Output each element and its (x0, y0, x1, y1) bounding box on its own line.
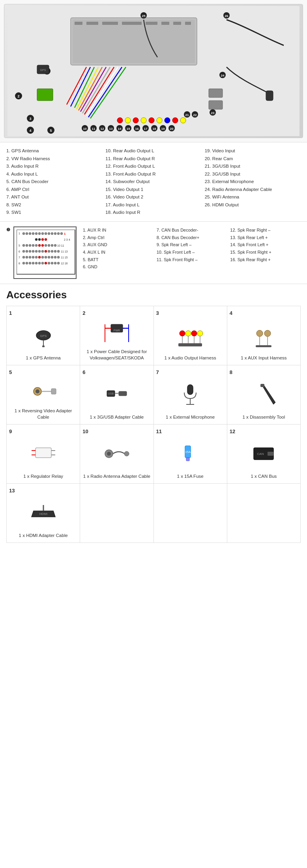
accessory-cell: 2PWR1 x Power Cable Designed for Volkswa… (80, 306, 154, 365)
connector-pin-label: 8. CAN Bus Decoder+ (157, 234, 227, 241)
hero-image: 1 2 3 4 5 (4, 4, 303, 138)
accessory-image (9, 378, 77, 405)
svg-point-38 (165, 118, 170, 123)
parts-list-item: 23. External Microphone (205, 178, 301, 186)
accessories-section: Accessories 1GPS1 x GPS Antenna2PWR1 x P… (0, 284, 307, 548)
svg-text:14: 14 (118, 127, 122, 131)
accessory-image (9, 437, 77, 471)
svg-point-131 (26, 256, 28, 258)
svg-point-110 (45, 244, 47, 247)
connector-pin-label: 6. GND (83, 263, 154, 271)
svg-point-98 (38, 238, 41, 241)
svg-rect-205 (268, 452, 273, 456)
svg-point-118 (29, 250, 31, 253)
parts-list-item: 12. Front Audio Output L (105, 163, 201, 170)
accessories-grid: 1GPS1 x GPS Antenna2PWR1 x Power Cable D… (6, 306, 301, 543)
accessory-cell: 41 x AUX Input Harness (227, 306, 301, 365)
svg-rect-7 (146, 22, 157, 25)
connector-pin-label: 9. Spk Rear Left – (157, 241, 227, 249)
svg-point-155 (57, 262, 60, 264)
accessory-label: 1 x Radio Antenna Adapter Cable (83, 473, 150, 479)
svg-point-140 (54, 256, 56, 258)
svg-point-121 (38, 250, 41, 253)
svg-point-37 (157, 118, 162, 123)
svg-point-141 (57, 256, 60, 258)
parts-list-grid: 1. GPS Antenna2. VW Radio Harness3. Audi… (6, 147, 301, 217)
parts-list-item: 16. Video Output 2 (105, 193, 201, 201)
svg-text:18: 18 (153, 127, 156, 131)
svg-point-123 (45, 250, 47, 253)
parts-list-item: 5. CAN Bus Decoder (6, 178, 102, 186)
svg-point-150 (41, 262, 44, 264)
connector-pin-label: 16. Spk Rear Right + (230, 256, 301, 264)
accessory-number: 9 (9, 428, 12, 434)
svg-point-126 (54, 250, 56, 253)
parts-list-item: 4. Audio Input L (6, 170, 102, 178)
svg-point-135 (38, 256, 41, 258)
svg-rect-192 (260, 384, 264, 387)
connector-pin-label: 12. Spk Rear Right – (230, 226, 301, 234)
svg-text:21: 21 (185, 113, 189, 117)
svg-point-92 (51, 232, 53, 235)
accessory-label: 1 x AUX Input Harness (241, 355, 286, 361)
svg-point-103 (22, 244, 25, 247)
svg-point-39 (172, 118, 178, 123)
svg-text:20: 20 (170, 127, 174, 131)
svg-rect-6 (122, 22, 142, 25)
svg-text:24: 24 (221, 74, 225, 77)
parts-list-item: 18. Audio Input R (105, 209, 201, 217)
accessory-number: 5 (9, 369, 12, 375)
svg-point-154 (54, 262, 56, 264)
accessory-cell: 71 x External Microphone (154, 365, 227, 425)
accessories-title: Accessories (6, 289, 301, 301)
parts-list-item: 24. Radio Antenna Adapter Cable (205, 186, 301, 194)
accessory-label: 1 x Reversing Video Adapter Cable (9, 408, 77, 420)
svg-point-109 (41, 244, 44, 247)
parts-list-item: 1. GPS Antenna (6, 147, 102, 155)
svg-rect-180 (256, 345, 271, 347)
svg-point-199 (107, 452, 111, 456)
svg-text:7: 7 (19, 256, 20, 259)
svg-rect-42 (209, 101, 223, 109)
svg-point-167 (180, 331, 185, 336)
accessory-image (230, 318, 298, 352)
connector-section: ❷ 1 1 (0, 222, 307, 284)
svg-point-87 (35, 232, 37, 235)
accessory-cell-empty (227, 484, 301, 543)
accessory-number: 8 (230, 369, 232, 375)
svg-point-139 (51, 256, 53, 258)
accessory-number: 3 (156, 310, 159, 316)
svg-rect-10 (185, 22, 191, 25)
parts-list-item: 9. SW1 (6, 209, 102, 217)
parts-list-item: 19. Video Input (205, 147, 301, 155)
accessory-label: 1 x GPS Antenna (26, 355, 61, 361)
svg-text:25: 25 (142, 14, 146, 18)
accessory-label: 1 x 15A Fuse (177, 473, 204, 479)
svg-text:PWR: PWR (114, 329, 120, 332)
svg-point-99 (41, 238, 44, 241)
parts-list-item: 6. AMP Ctrl (6, 186, 102, 194)
svg-text:23: 23 (211, 111, 215, 115)
svg-rect-175 (178, 343, 202, 346)
svg-text:3: 3 (29, 117, 31, 121)
svg-point-94 (57, 232, 60, 235)
connector-pin-label: 11. Spk Front Right – (157, 256, 227, 264)
accessory-cell: 51 x Reversing Video Adapter Cable (7, 365, 80, 425)
svg-point-130 (22, 256, 25, 258)
svg-point-111 (48, 244, 50, 247)
accessory-cell: 6USB1 x 3G/USB Adapter Cable (80, 365, 154, 425)
svg-rect-186 (119, 391, 127, 396)
svg-rect-193 (36, 448, 51, 458)
parts-list-item: 2. VW Radio Harness (6, 155, 102, 163)
parts-list-item: 20. Rear Cam (205, 155, 301, 163)
svg-text:USB: USB (108, 392, 114, 395)
svg-point-134 (35, 256, 37, 258)
svg-rect-9 (173, 22, 181, 25)
accessory-image (230, 378, 298, 412)
svg-rect-41 (209, 89, 223, 97)
svg-point-132 (29, 256, 31, 258)
accessory-image (156, 318, 225, 352)
svg-point-136 (41, 256, 44, 258)
svg-point-88 (38, 232, 41, 235)
svg-point-116 (22, 250, 25, 253)
